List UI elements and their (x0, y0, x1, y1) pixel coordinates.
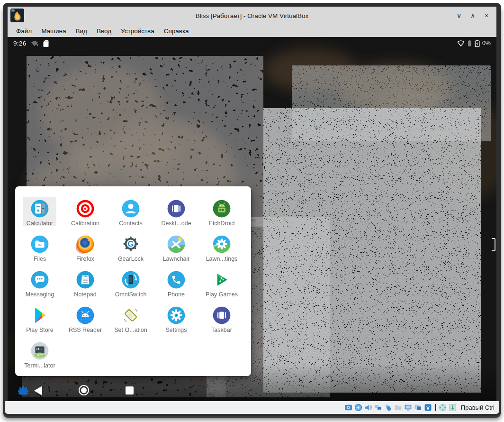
app-rss-reader[interactable]: RSS Reader (63, 304, 108, 340)
app-phone[interactable]: Phone (153, 269, 199, 304)
desktop-mode-icon (166, 199, 186, 219)
lawnchair-settings-icon (212, 234, 232, 254)
app-firefox[interactable]: Firefox (63, 233, 108, 269)
files-icon (30, 234, 50, 254)
app-label: Play Store (26, 327, 54, 333)
bliss-launcher-button[interactable] (15, 385, 31, 397)
app-play-games[interactable]: Play Games (199, 269, 244, 304)
vbox-status-features-icon[interactable]: V (424, 404, 432, 412)
app-desktop-mode[interactable]: Deskt...ode (153, 198, 199, 233)
menu-item-3[interactable]: Ввод (92, 26, 116, 36)
wifi-icon (457, 39, 465, 47)
menu-item-4[interactable]: Устройства (116, 26, 159, 36)
app-set-orientation[interactable]: Set O...ation (108, 304, 153, 340)
app-grid: Calculator Calibration Contacts Deskt...… (17, 198, 244, 376)
svg-text:?: ? (36, 43, 38, 47)
vbox-status-display-icon[interactable] (404, 404, 413, 412)
menu-item-0[interactable]: Файл (11, 26, 36, 36)
battery-dim-icon (467, 39, 472, 47)
window-controls: ∨∧× (454, 7, 492, 25)
app-label: Firefox (76, 256, 94, 262)
screen-edge-handle[interactable] (492, 238, 495, 251)
home-button[interactable] (79, 385, 89, 395)
virtualbox-window: 64 Bliss [Работает] - Oracle VM VirtualB… (3, 3, 501, 416)
app-contacts[interactable]: Contacts (108, 198, 153, 233)
clock: 9:26 (13, 40, 26, 47)
svg-text:V: V (426, 405, 430, 411)
firefox-icon (75, 234, 95, 254)
svg-text:>1: >1 (36, 348, 40, 351)
terminal-emulator-icon: >1 + Term (30, 341, 50, 361)
notepad-icon (75, 270, 95, 290)
messaging-icon (30, 270, 50, 290)
vbox-status-mouse-icon[interactable] (439, 404, 447, 412)
vbox-status-bar: VПравый Ctrl (5, 401, 499, 414)
app-terminal-emulator[interactable]: >1 + TermTermi...lator (17, 340, 63, 376)
contacts-icon (121, 199, 141, 219)
menu-item-1[interactable]: Машина (36, 26, 71, 36)
app-label: Termi...lator (24, 362, 55, 369)
vbox-status-usb-icon[interactable] (384, 404, 393, 412)
calibration-icon (75, 199, 95, 219)
vbox-status-hdd-icon[interactable] (344, 404, 353, 412)
svg-text:G: G (128, 239, 134, 248)
minimize-button[interactable]: ∨ (454, 10, 464, 21)
vm-screen: 9:26 ? (8, 37, 496, 401)
menubar: ФайлМашинаВидВводУстройстваСправка (8, 25, 496, 37)
app-gearlock[interactable]: GGearLock (108, 233, 153, 269)
app-label: Taskbar (211, 327, 232, 333)
app-label: Messaging (26, 291, 54, 298)
recents-button[interactable] (126, 386, 134, 394)
taskbar-icon (212, 305, 232, 325)
svg-text:+: + (40, 348, 42, 351)
titlebar[interactable]: 64 Bliss [Работает] - Oracle VM VirtualB… (8, 7, 496, 25)
app-calibration[interactable]: Calibration (63, 198, 108, 233)
play-store-icon (30, 305, 50, 325)
vbox-status-optical-icon[interactable] (354, 404, 363, 412)
app-notepad[interactable]: Notepad (63, 269, 108, 304)
vbox-status-keyboard-icon[interactable] (449, 404, 457, 412)
app-settings[interactable]: Settings (153, 304, 199, 340)
app-calculator[interactable]: Calculator (17, 198, 63, 233)
gearlock-icon: G (121, 234, 141, 254)
host-key-label: Правый Ctrl (461, 404, 495, 411)
app-label: Calculator (27, 220, 53, 227)
battery-charging-icon (474, 39, 480, 47)
wifi-question-icon: ? (30, 40, 39, 47)
app-play-store[interactable]: Play Store (17, 304, 63, 340)
app-lawnchair-settings[interactable]: Lawn...tings (199, 233, 244, 269)
calculator-icon (30, 199, 50, 219)
vbox-status-audio-icon[interactable] (364, 404, 373, 412)
app-omniswitch[interactable]: OmniSwitch (108, 269, 153, 304)
maximize-button[interactable]: ∧ (468, 10, 478, 21)
vm-window-icon: 64 (10, 9, 24, 22)
app-label: RSS Reader (69, 327, 102, 333)
etchdroid-icon (212, 199, 232, 219)
close-button[interactable]: × (481, 10, 492, 21)
app-etchdroid[interactable]: EtchDroid (199, 198, 244, 233)
app-label: Files (34, 256, 46, 262)
icon-badge-64: 64 (12, 9, 15, 12)
phone-icon (166, 270, 186, 290)
menu-item-2[interactable]: Вид (71, 26, 91, 36)
app-label: Notepad (74, 291, 96, 298)
vbox-status-recording-icon[interactable] (414, 404, 423, 412)
omniswitch-icon (121, 270, 141, 290)
sdcard-icon (43, 40, 49, 47)
app-label: GearLock (118, 256, 144, 262)
lawnchair-icon (166, 234, 186, 254)
android-status-bar: 9:26 ? (8, 37, 496, 49)
app-label: Deskt...ode (161, 220, 191, 227)
app-files[interactable]: Files (17, 233, 63, 269)
rss-reader-icon (75, 305, 95, 325)
vbox-status-network-icon[interactable] (374, 404, 383, 412)
back-button[interactable] (34, 386, 42, 395)
app-messaging[interactable]: Messaging (17, 269, 63, 304)
menu-item-5[interactable]: Справка (159, 26, 194, 36)
app-taskbar[interactable]: Taskbar (199, 304, 244, 340)
desktop-root: { "window": { "title": "Bliss [Работает]… (0, 0, 504, 422)
set-orientation-icon (121, 305, 141, 325)
vbox-status-shared-folders-icon[interactable] (394, 404, 403, 412)
app-lawnchair[interactable]: Lawnchair (153, 233, 199, 269)
app-label: Lawnchair (163, 256, 190, 262)
